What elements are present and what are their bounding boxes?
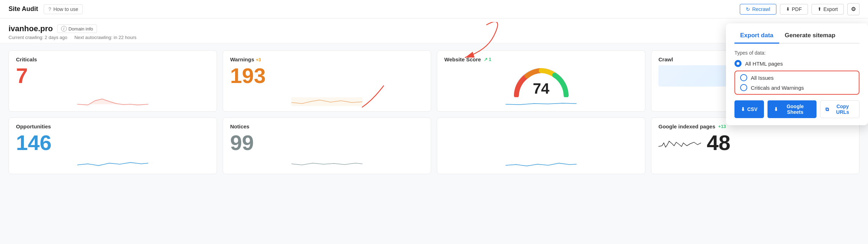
main-content: Criticals 7 Warnings +3 193 Website Scor… [0, 43, 868, 181]
notices-label: Notices [230, 123, 424, 129]
question-icon: ? [48, 6, 51, 12]
score-badge-value: 1 [489, 57, 491, 62]
settings-button[interactable]: ⚙ [847, 3, 859, 15]
recrawl-label: Recrawl [752, 6, 770, 12]
option-criticals-warnings[interactable]: Criticals and Warnings [740, 84, 854, 91]
gear-icon: ⚙ [851, 6, 856, 12]
site-audit-title: Site Audit [9, 5, 38, 13]
warnings-badge: +3 [256, 57, 261, 62]
download-icon: ⬇ [741, 106, 745, 112]
gauge-wrapper: 74 [513, 65, 570, 97]
popup-tabs: Export data Generate sitemap [734, 30, 859, 44]
pdf-icon: ⬇ [786, 6, 790, 12]
export-button[interactable]: ⬆ Export [812, 4, 844, 15]
criticals-card: Criticals 7 [9, 50, 217, 112]
export-icon: ⬆ [818, 6, 821, 12]
warnings-card: Warnings +3 193 [223, 50, 431, 112]
notices-card: Notices 99 [223, 117, 431, 174]
warnings-sparkline [229, 94, 425, 108]
option-html-label: All HTML pages [745, 61, 783, 67]
csv-button[interactable]: ⬇ CSV [734, 100, 764, 118]
header-left: Site Audit ? How to use [9, 4, 83, 14]
indexed-value: 48 [707, 132, 731, 154]
info-icon: i [61, 26, 67, 32]
website-score-card: Website Score ↗ 1 74 [437, 50, 645, 112]
radio-all-issues[interactable] [740, 74, 747, 81]
tab-export-data[interactable]: Export data [734, 30, 779, 44]
indexed-badge: +13 [718, 124, 726, 129]
export-label: Export [824, 6, 838, 12]
popup-actions: ⬇ CSV ⬇ Google Sheets ⧉ Copy URLs [734, 100, 859, 118]
option-html-pages[interactable]: All HTML pages [734, 60, 859, 67]
recrawl-button[interactable]: ↻ Recrawl [740, 4, 776, 15]
indexed-sparkline [658, 136, 701, 154]
google-indexed-card: Google indexed pages +13 48 [651, 117, 859, 174]
header-right: ↻ Recrawl ⬇ PDF ⬆ Export ⚙ [740, 3, 859, 15]
domain-info-label: Domain info [69, 26, 93, 32]
criticals-value: 7 [16, 65, 210, 87]
opportunities-label: Opportunities [16, 123, 210, 129]
notices-value: 99 [230, 132, 424, 154]
tab-generate-sitemap[interactable]: Generate sitemap [779, 30, 841, 44]
pdf-button[interactable]: ⬇ PDF [780, 4, 808, 15]
warnings-value: 193 [230, 65, 424, 87]
google-sheets-button[interactable]: ⬇ Google Sheets [767, 100, 817, 118]
pdf-label: PDF [792, 6, 802, 12]
opportunities-card: Opportunities 146 [9, 117, 217, 174]
score-badge: ↗ 1 [484, 57, 491, 62]
radio-criticals-warnings[interactable] [740, 84, 747, 91]
criticals-label: Criticals [16, 56, 210, 62]
warnings-label: Warnings +3 [230, 56, 424, 62]
crawl-current: Current crawling: 2 days ago [9, 35, 67, 40]
how-to-use-label: How to use [53, 6, 78, 12]
copy-icon: ⧉ [825, 106, 829, 112]
crawl-next: Next autocrawling: in 22 hours [74, 35, 136, 40]
gsheets-label: Google Sheets [780, 104, 810, 115]
option-criticals-label: Criticals and Warnings [751, 85, 804, 91]
gauge-value: 74 [533, 80, 549, 97]
score-bottom-card [437, 117, 645, 174]
notices-sparkline [229, 156, 425, 170]
csv-label: CSV [747, 106, 758, 112]
opportunities-value: 146 [16, 132, 210, 154]
score-trend-icon: ↗ [484, 57, 488, 62]
how-to-use-button[interactable]: ? How to use [44, 4, 83, 14]
domain-info-button[interactable]: i Domain info [57, 24, 97, 33]
types-label: Types of data: [734, 50, 859, 56]
domain-name: ivanhoe.pro [9, 24, 53, 33]
export-popup: Export data Generate sitemap Types of da… [726, 23, 868, 125]
opportunities-sparkline [15, 156, 211, 170]
copy-label: Copy URLs [831, 104, 854, 115]
copy-urls-button[interactable]: ⧉ Copy URLs [820, 100, 859, 118]
criticals-sparkline [15, 94, 211, 108]
score-label-row: Website Score ↗ 1 [444, 56, 638, 62]
header: Site Audit ? How to use ↻ Recrawl ⬇ PDF … [0, 0, 868, 18]
radio-html-pages[interactable] [734, 60, 742, 67]
recrawl-icon: ↻ [746, 6, 750, 12]
option-all-issues[interactable]: All Issues [740, 74, 854, 81]
issues-group-box: All Issues Criticals and Warnings [734, 71, 859, 95]
score-label: Website Score [444, 56, 481, 62]
option-issues-label: All Issues [751, 75, 774, 81]
score-sparkline [444, 100, 638, 107]
indexed-label: Google indexed pages [658, 123, 715, 129]
sheets-icon: ⬇ [774, 106, 778, 112]
